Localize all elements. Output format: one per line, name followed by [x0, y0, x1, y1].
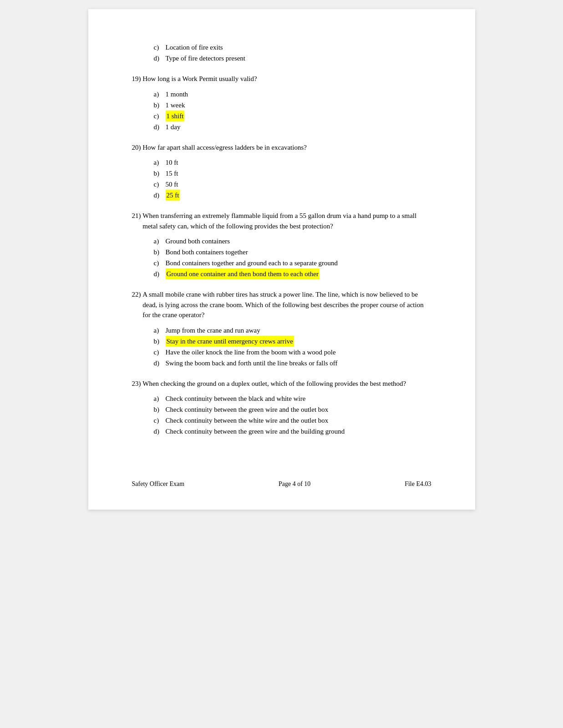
option-label: b) — [154, 247, 163, 258]
option-label: b) — [154, 168, 163, 179]
question-text: 21) When transferring an extremely flamm… — [132, 211, 431, 231]
list-item: c) Bond containers together and ground e… — [154, 258, 431, 268]
option-text: Have the oiler knock the line from the b… — [166, 347, 336, 358]
option-text-highlighted: Ground one container and then bond them … — [166, 268, 320, 279]
question-text: 22) A small mobile crane with rubber tir… — [132, 289, 431, 320]
list-item: d) 25 ft — [154, 190, 431, 201]
question-text: 19) How long is a Work Permit usually va… — [132, 74, 431, 84]
option-label: d) — [154, 268, 163, 279]
option-text: 10 ft — [166, 157, 178, 168]
options-list: a) 10 ft b) 15 ft c) 50 ft d) 25 ft — [154, 157, 431, 201]
option-label: b) — [154, 404, 163, 415]
question-number: 23) — [132, 379, 143, 389]
option-text: 1 month — [166, 89, 188, 100]
option-text: 1 week — [166, 100, 185, 111]
list-item: a) Check continuity between the black an… — [154, 393, 431, 404]
option-text-highlighted: 1 shift — [166, 111, 185, 121]
list-item: d) Type of fire detectors present — [154, 53, 431, 64]
list-item: c) Have the oiler knock the line from th… — [154, 347, 431, 358]
question-body: When checking the ground on a duplex out… — [142, 379, 406, 389]
option-text: 1 day — [166, 121, 181, 132]
option-text-highlighted: 25 ft — [166, 190, 180, 201]
option-label: a) — [154, 89, 163, 100]
list-item: c) 1 shift — [154, 111, 431, 121]
option-text: 50 ft — [166, 179, 178, 190]
list-item: c) Location of fire exits — [154, 42, 431, 53]
option-label: c) — [154, 111, 163, 121]
list-item: a) Jump from the crane and run away — [154, 325, 431, 336]
options-list: a) Check continuity between the black an… — [154, 393, 431, 437]
question-text: 20) How far apart shall access/egress la… — [132, 142, 431, 153]
intro-block: c) Location of fire exits d) Type of fir… — [132, 42, 431, 64]
option-label: a) — [154, 393, 163, 404]
question-20: 20) How far apart shall access/egress la… — [132, 142, 431, 201]
option-label: a) — [154, 236, 163, 247]
question-number: 22) — [132, 289, 143, 320]
option-text: Jump from the crane and run away — [166, 325, 260, 336]
list-item: d) Check continuity between the green wi… — [154, 426, 431, 437]
question-body: A small mobile crane with rubber tires h… — [142, 289, 431, 320]
list-item: b) 15 ft — [154, 168, 431, 179]
question-number: 19) — [132, 75, 141, 82]
option-text: Type of fire detectors present — [166, 53, 246, 64]
option-label: a) — [154, 325, 163, 336]
options-list: a) 1 month b) 1 week c) 1 shift d) 1 day — [154, 89, 431, 132]
option-text: Bond both containers together — [166, 247, 248, 258]
option-label: d) — [154, 121, 163, 132]
options-list: a) Ground both containers b) Bond both c… — [154, 236, 431, 279]
footer-right: File E4.03 — [405, 480, 431, 488]
option-text: Check continuity between the white wire … — [166, 415, 329, 426]
option-text: Check continuity between the green wire … — [166, 426, 345, 437]
option-label: c) — [154, 179, 163, 190]
options-list: a) Jump from the crane and run away b) S… — [154, 325, 431, 369]
list-item: d) Swing the boom back and forth until t… — [154, 358, 431, 369]
question-23: 23) When checking the ground on a duplex… — [132, 379, 431, 437]
option-text: 15 ft — [166, 168, 178, 179]
list-item: b) Check continuity between the green wi… — [154, 404, 431, 415]
footer-center: Page 4 of 10 — [279, 480, 310, 488]
list-item: d) 1 day — [154, 121, 431, 132]
list-item: b) Stay in the crane until emergency cre… — [154, 336, 431, 347]
list-item: d) Ground one container and then bond th… — [154, 268, 431, 279]
option-text-highlighted: Stay in the crane until emergency crews … — [166, 336, 294, 347]
option-label: a) — [154, 157, 163, 168]
option-text: Swing the boom back and forth until the … — [166, 358, 338, 369]
option-text: Ground both containers — [166, 236, 230, 247]
option-text: Check continuity between the black and w… — [166, 393, 306, 404]
page-footer: Safety Officer Exam Page 4 of 10 File E4… — [132, 480, 431, 488]
list-item: c) Check continuity between the white wi… — [154, 415, 431, 426]
option-label: c) — [154, 347, 163, 358]
option-text: Bond containers together and ground each… — [166, 258, 338, 268]
list-item: a) Ground both containers — [154, 236, 431, 247]
footer-left: Safety Officer Exam — [132, 480, 185, 488]
option-label: b) — [154, 100, 163, 111]
page: c) Location of fire exits d) Type of fir… — [88, 9, 475, 510]
intro-options: c) Location of fire exits d) Type of fir… — [154, 42, 431, 64]
option-label: d) — [154, 53, 163, 64]
list-item: b) 1 week — [154, 100, 431, 111]
option-label: c) — [154, 42, 163, 53]
option-label: d) — [154, 426, 163, 437]
question-21: 21) When transferring an extremely flamm… — [132, 211, 431, 279]
option-text: Location of fire exits — [166, 42, 223, 53]
option-label: d) — [154, 190, 163, 201]
option-label: d) — [154, 358, 163, 369]
question-text: 23) When checking the ground on a duplex… — [132, 379, 431, 389]
list-item: a) 1 month — [154, 89, 431, 100]
question-number: 21) — [132, 211, 143, 231]
question-number: 20) — [132, 144, 141, 151]
question-19: 19) How long is a Work Permit usually va… — [132, 74, 431, 132]
list-item: c) 50 ft — [154, 179, 431, 190]
option-text: Check continuity between the green wire … — [166, 404, 329, 415]
question-body: When transferring an extremely flammable… — [142, 211, 431, 231]
question-22: 22) A small mobile crane with rubber tir… — [132, 289, 431, 369]
list-item: a) 10 ft — [154, 157, 431, 168]
list-item: b) Bond both containers together — [154, 247, 431, 258]
option-label: c) — [154, 415, 163, 426]
option-label: c) — [154, 258, 163, 268]
option-label: b) — [154, 336, 163, 347]
